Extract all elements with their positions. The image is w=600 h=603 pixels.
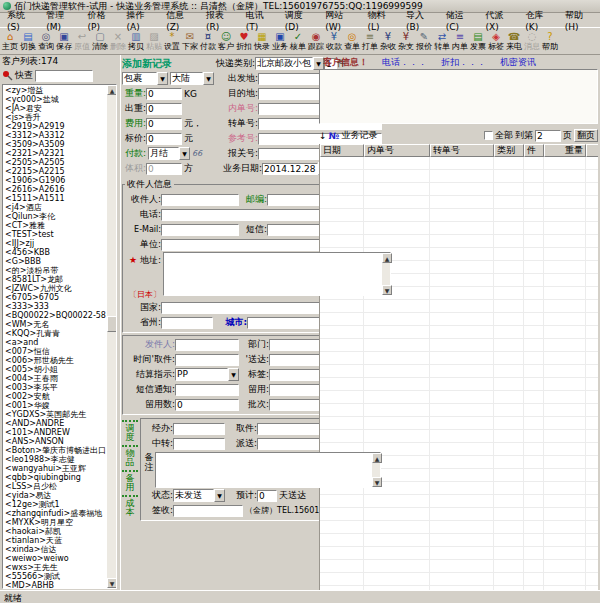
print-order-button[interactable]: ≡ 打单 (361, 28, 379, 54)
scroll-up-button[interactable]: ▲ (372, 453, 382, 463)
customer-list-item[interactable]: <haokai>郝凯 (5, 527, 106, 536)
category-combo[interactable]: 北京邮政小包 ▼ (255, 57, 324, 70)
biz-date-input[interactable] (262, 163, 318, 175)
customer-list-item[interactable]: <js>香升 (5, 113, 106, 122)
quick-search-input[interactable] (35, 70, 93, 82)
column-header[interactable]: 件 (524, 144, 544, 157)
customer-list-item[interactable]: <AND>ANDRE (5, 419, 106, 428)
chevron-down-icon[interactable]: ▼ (214, 489, 225, 502)
note-textarea[interactable]: ▲ ▼ (155, 452, 381, 488)
next-agent-button[interactable]: ✉ 下家 (181, 28, 199, 54)
save-button[interactable]: ▣ 保存 (55, 28, 73, 54)
customer-list-item[interactable]: <zy>增益 (5, 86, 106, 95)
customer-list-item[interactable]: <1906>G1906 (5, 176, 106, 185)
region-combo[interactable]: 大陆 ▼ (170, 72, 214, 85)
customer-list-item[interactable]: <weiwo>weiwo (5, 554, 106, 563)
audit-button[interactable]: ✓ 核单 (289, 28, 307, 54)
discount-button[interactable]: ♥ 折扣 (235, 28, 253, 54)
customer-list-item[interactable]: <的>淡粉吊带 (5, 266, 106, 275)
type-combo[interactable]: 包裹 ▼ (122, 72, 168, 85)
chargeweight-input[interactable] (146, 103, 182, 115)
dispatch-tab[interactable]: 物品 (122, 445, 138, 467)
internal-order-button[interactable]: ≡ 内单 (451, 28, 469, 54)
customer-list-item[interactable]: <IJJ>zjj (5, 239, 106, 248)
dispatch-tab[interactable]: 调度 (122, 420, 138, 442)
column-header[interactable]: 类别 (494, 144, 524, 157)
chevron-down-icon[interactable]: ▼ (179, 147, 190, 160)
customer-list-item[interactable]: <2919>A2919 (5, 122, 106, 131)
settle-combo[interactable]: PP ▼ (175, 368, 239, 381)
note-scrollbar[interactable]: ▲ ▼ (371, 453, 380, 487)
column-header[interactable]: 转单号 (430, 144, 494, 157)
pay-combo[interactable]: 月结 ▼ (148, 147, 190, 160)
agent-input[interactable] (173, 423, 225, 435)
paste-button[interactable]: ▨ 粘贴 (145, 28, 163, 54)
payment-button[interactable]: ¤ 付款 (199, 28, 217, 54)
reserve-qty-input[interactable] (175, 399, 239, 411)
customer-list-item[interactable]: <007>恒信 (5, 347, 106, 356)
customer-list-item[interactable]: <xinda>信达 (5, 545, 106, 554)
all-checkbox[interactable] (484, 131, 493, 140)
misc-income-button[interactable]: ¥ 杂收 (379, 28, 397, 54)
time-pickup-input[interactable] (175, 354, 239, 366)
customer-list-item[interactable]: <001>华嫂 (5, 401, 106, 410)
add-record-tab[interactable]: 添加新记录 (122, 57, 172, 71)
customer-list-item[interactable]: <JA>君安 (5, 104, 106, 113)
customer-list-item[interactable]: <j4>酒店 (5, 203, 106, 212)
address-textarea[interactable]: ▲ ▼ (163, 252, 391, 296)
clear-button[interactable]: ▢ 清除 (91, 28, 109, 54)
customer-list-item[interactable]: <004>王春雨 (5, 374, 106, 383)
glasses-icon[interactable]: 66 (192, 149, 202, 158)
address-scrollbar[interactable]: ▲ ▼ (381, 253, 390, 295)
quick-entry-button[interactable]: ▦ 快录 (253, 28, 271, 54)
customer-list-item[interactable]: <6705>6705 (5, 293, 106, 302)
customer-list-item[interactable]: <qbb>qiubingbing (5, 473, 106, 482)
customer-list-item[interactable]: <JZWC>九州文化 (5, 284, 106, 293)
customer-list-item[interactable]: <YGDXS>英国邮先生 (5, 410, 106, 419)
confidential-link[interactable]: 机密资讯 (500, 56, 536, 69)
message-button[interactable]: ◌ 消息 (523, 28, 541, 54)
business-button[interactable]: ▣ 业务 (271, 28, 289, 54)
customer-list-item[interactable]: <MYXK>明月星空 (5, 518, 106, 527)
column-header[interactable]: 日期 (320, 144, 364, 157)
scroll-down-button[interactable]: ▼ (372, 477, 382, 487)
customer-list-item[interactable]: <TEST>test (5, 230, 106, 239)
chevron-down-icon[interactable]: ▼ (228, 368, 239, 381)
transit-input[interactable] (173, 438, 225, 450)
page-input[interactable] (535, 130, 561, 142)
collect-button[interactable]: ¥ 收款 (325, 28, 343, 54)
customer-list-item[interactable]: <MD>ABHB (5, 581, 106, 589)
incoming-call-button[interactable]: ☎ 来电 (505, 28, 523, 54)
label-button[interactable]: ◈ 标签 (487, 28, 505, 54)
home-button[interactable]: ⌂ 主页 (1, 28, 19, 54)
restore-button[interactable]: ↩ 原值 (73, 28, 91, 54)
records-table-body[interactable] (320, 157, 598, 590)
customer-list-item[interactable]: <005>胡小姐 (5, 365, 106, 374)
customer-list-item[interactable]: <G>BBB (5, 257, 106, 266)
search-button[interactable]: ◎ 查询 (37, 28, 55, 54)
email-input[interactable] (161, 224, 239, 236)
customer-list-item[interactable]: <333>333 (5, 302, 106, 311)
sender-name-input[interactable] (175, 339, 239, 351)
dispatch-tab[interactable]: 备用 (122, 470, 138, 492)
customer-list-item[interactable]: <LSS>吕少松 (5, 482, 106, 491)
menu-item[interactable]: 帮助(H) (560, 8, 600, 33)
switch-button[interactable]: ▤ 切换 (19, 28, 37, 54)
help-button[interactable]: ? 帮助 (541, 28, 559, 54)
customer-list-item[interactable]: <8581LT>龙邮 (5, 275, 106, 284)
quote-button[interactable]: ✎ 报价 (415, 28, 433, 54)
settings-button[interactable]: * 设置 (163, 28, 181, 54)
column-header[interactable]: 重量 (544, 144, 586, 157)
customer-list-item[interactable]: <wxs>王先生 (5, 563, 106, 572)
status-combo[interactable]: 未发送 ▼ (173, 489, 225, 502)
customer-list-item[interactable]: <2321>A2321 (5, 149, 106, 158)
customer-list-scrollbar[interactable]: ▲ ▼ (106, 85, 116, 588)
scroll-down-button[interactable]: ▼ (107, 578, 117, 588)
customer-list-item[interactable]: <3312>A3312 (5, 131, 106, 140)
customer-list-item[interactable]: <002>安航 (5, 392, 106, 401)
scroll-up-button[interactable]: ▲ (107, 85, 117, 95)
customer-list-item[interactable]: <003>李乐平 (5, 383, 106, 392)
chevron-down-icon[interactable]: ▼ (157, 72, 168, 85)
province-input[interactable] (161, 317, 213, 329)
sign-input[interactable] (173, 505, 243, 517)
